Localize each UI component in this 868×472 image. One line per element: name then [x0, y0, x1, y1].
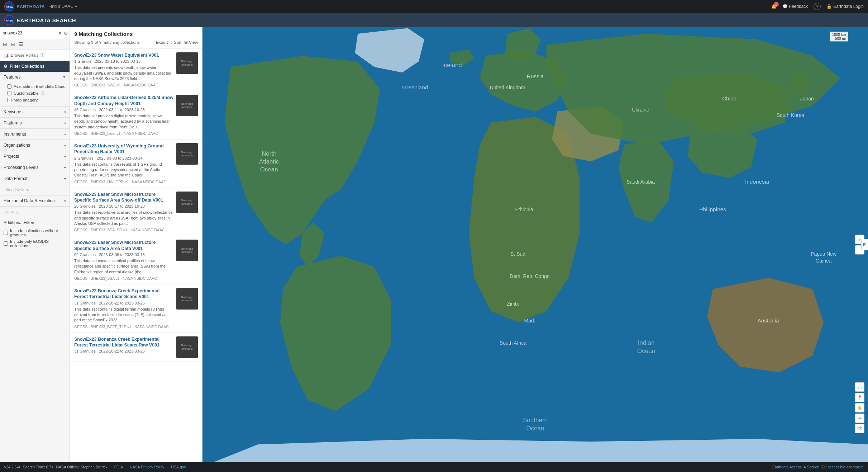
instruments-chevron: ▾: [64, 132, 66, 136]
map-scale: 1000 km 500 mi: [830, 32, 848, 42]
no-image-text: No imageavailable: [181, 60, 193, 66]
map-area[interactable]: North Atlantic Ocean Iceland Greenland R…: [202, 27, 868, 462]
result-thumbnail: No imageavailable: [176, 336, 198, 358]
results-actions: ↑ Export ↕ Sort ⊞ View: [153, 40, 198, 45]
view-button[interactable]: ⊞ View: [184, 40, 198, 45]
no-granules-filter-item: Include collections without granules: [4, 227, 66, 238]
map-layers-button[interactable]: ⬚: [855, 382, 864, 392]
svg-text:Iceland: Iceland: [442, 62, 462, 69]
instruments-header[interactable]: Instruments ▾: [0, 129, 70, 140]
svg-text:Ethiopia: Ethiopia: [515, 207, 533, 212]
feedback-link[interactable]: 💬 Feedback: [782, 4, 808, 9]
map-pan-button[interactable]: ✋: [855, 403, 864, 412]
results-header: 9 Matching Collections Showing 9 of 9 ma…: [70, 27, 202, 49]
feature-cloud-checkbox[interactable]: [7, 84, 11, 89]
projects-header[interactable]: Projects ▾: [0, 151, 70, 162]
menu-view-icon[interactable]: ☰: [19, 41, 23, 47]
clear-search-button[interactable]: ✕: [58, 30, 62, 36]
scale-km: 1000 km: [832, 33, 846, 37]
feature-map-imagery-checkbox[interactable]: [7, 98, 11, 102]
organizations-header[interactable]: Organizations ▾: [0, 140, 70, 151]
privacy-link[interactable]: NASA Privacy Policy: [130, 465, 164, 469]
foia-link[interactable]: FOIA: [114, 465, 123, 469]
login-button[interactable]: 🔒 Earthdata Login: [826, 4, 864, 9]
latency-section: Latency: [0, 207, 70, 217]
bottom-bar-left: v24.2.6-4 Search Time: 0.7s NASA Officia…: [4, 465, 186, 469]
result-info: SnowEx23 Bonanza Creek Experimental Fore…: [74, 288, 173, 329]
svg-text:NASA: NASA: [6, 6, 13, 8]
features-header[interactable]: Features ▲: [0, 72, 70, 82]
sort-button[interactable]: ↕ Sort: [171, 40, 181, 45]
main-layout: ✕ ⊙ ⊞ ⊟ ☰ 📊 Browse Portals ⓘ ⚙ Filter Co…: [0, 27, 868, 462]
earthdata-brand: EARTHDATA: [16, 4, 45, 9]
list-view-icon[interactable]: ⊟: [11, 41, 15, 47]
help-button[interactable]: ?: [814, 3, 821, 10]
result-tags: GEOSS · SNEX23_SSA v1 · NASA NSIDC DAAC: [74, 276, 173, 280]
find-daac-link[interactable]: Find a DAAC ▾: [48, 4, 77, 9]
filter-icon: ⚙: [4, 64, 8, 69]
feature-cloud-label: Available in Earthdata Cloud: [14, 84, 66, 89]
result-thumbnail: No imageavailable: [176, 52, 198, 74]
svg-text:Philippines: Philippines: [699, 206, 726, 212]
chevron-down-icon: ▾: [75, 4, 77, 9]
result-item[interactable]: SnowEx23 Laser Snow Microstructure Speci…: [70, 188, 202, 236]
no-image-text: No imageavailable: [181, 344, 193, 350]
svg-text:Ocean: Ocean: [260, 166, 278, 173]
keywords-header[interactable]: Keywords ▾: [0, 107, 70, 117]
svg-text:Australia: Australia: [757, 317, 779, 324]
accessibility-link[interactable]: Earthdata Access: A Section 508 accessib…: [772, 465, 864, 469]
result-tags: GEOSS · SNEX23_SSA_SO v1 · NASA NSIDC DA…: [74, 228, 173, 232]
map-sidebar-toggle[interactable]: ⊞: [861, 239, 868, 250]
result-desc: This data set presents snow depth, snow …: [74, 65, 173, 81]
svg-text:Dem. Rep. Congo: Dem. Rep. Congo: [510, 273, 550, 279]
scale-mi: 500 mi: [832, 37, 846, 41]
sort-icon: ↕: [171, 40, 173, 44]
browse-portals-button[interactable]: 📊 Browse Portals ⓘ: [0, 49, 70, 61]
result-item[interactable]: SnowEx23 Bonanza Creek Experimental Fore…: [70, 284, 202, 333]
result-desc: This data set reports vertical profiles …: [74, 210, 173, 226]
no-image-text: No imageavailable: [181, 296, 193, 302]
feature-customizable-checkbox[interactable]: [7, 91, 11, 95]
no-granules-checkbox[interactable]: [4, 231, 8, 235]
export-button[interactable]: ↑ Export: [153, 40, 168, 45]
horizontal-resolution-header[interactable]: Horizontal Data Resolution ▾: [0, 195, 70, 206]
result-item[interactable]: SnowEx23 Bonanza Creek Experimental Fore…: [70, 333, 202, 362]
result-info: SnowEx23 Snow Water Equivalent V001 1 Gr…: [74, 52, 173, 87]
eosdis-checkbox[interactable]: [4, 241, 8, 246]
sidebar-icons-row: ⊞ ⊟ ☰: [0, 39, 70, 49]
result-meta: 26 Granules 2023-10-17 to 2023-10-28: [74, 204, 173, 208]
result-meta: 1 Granule 2023-03-13 to 2023-03-16: [74, 59, 173, 63]
map-erase-button[interactable]: ⌫: [855, 424, 864, 433]
search-input[interactable]: [3, 30, 57, 36]
svg-text:Greenland: Greenland: [402, 84, 428, 90]
result-item[interactable]: SnowEx23 Snow Water Equivalent V001 1 Gr…: [70, 49, 202, 91]
svg-text:Ocean: Ocean: [526, 425, 544, 432]
focus-map-button[interactable]: ⊙: [64, 30, 68, 36]
no-image-text: No imageavailable: [181, 151, 193, 157]
notification-bell[interactable]: 🔔 2: [771, 4, 777, 9]
map-tools: ⬚ 📍 ✋ ✏ ⌫: [855, 382, 864, 433]
svg-text:China: China: [722, 95, 737, 102]
result-thumbnail: No imageavailable: [176, 288, 198, 310]
result-meta: 31 Granules 2022-10-22 to 2023-03-26: [74, 349, 173, 353]
svg-text:Zimb.: Zimb.: [507, 301, 519, 307]
svg-text:Ocean: Ocean: [637, 348, 655, 354]
platforms-header[interactable]: Platforms ▾: [0, 118, 70, 128]
result-item[interactable]: SnowEx23 University of Wyoming Ground Pe…: [70, 140, 202, 188]
data-format-header[interactable]: Data Format ▾: [0, 173, 70, 184]
processing-levels-header[interactable]: Processing Levels ▾: [0, 162, 70, 173]
gov-link[interactable]: USA.gov: [171, 465, 186, 469]
svg-text:North: North: [262, 150, 277, 157]
grid-view-icon[interactable]: ⊞: [3, 41, 7, 47]
map-pin-button[interactable]: 📍: [855, 393, 864, 402]
result-title: SnowEx23 Snow Water Equivalent V001: [74, 52, 173, 58]
additional-filters-title: Additional Filters: [4, 220, 66, 225]
map-draw-button[interactable]: ✏: [855, 414, 864, 423]
result-title: SnowEx23 University of Wyoming Ground Pe…: [74, 143, 173, 155]
top-nav: NASA EARTHDATA Find a DAAC ▾ 🔔 2 💬 Feedb…: [0, 0, 868, 13]
bottom-bar: v24.2.6-4 Search Time: 0.7s NASA Officia…: [0, 462, 868, 472]
sidebar: ✕ ⊙ ⊞ ⊟ ☰ 📊 Browse Portals ⓘ ⚙ Filter Co…: [0, 27, 70, 462]
result-info: SnowEx23 Bonanza Creek Experimental Fore…: [74, 336, 173, 358]
result-item[interactable]: SnowEx23 Laser Snow Microstructure Speci…: [70, 236, 202, 284]
result-item[interactable]: SnowEx23 Airborne Lidar-Derived 0.25M Sn…: [70, 91, 202, 140]
